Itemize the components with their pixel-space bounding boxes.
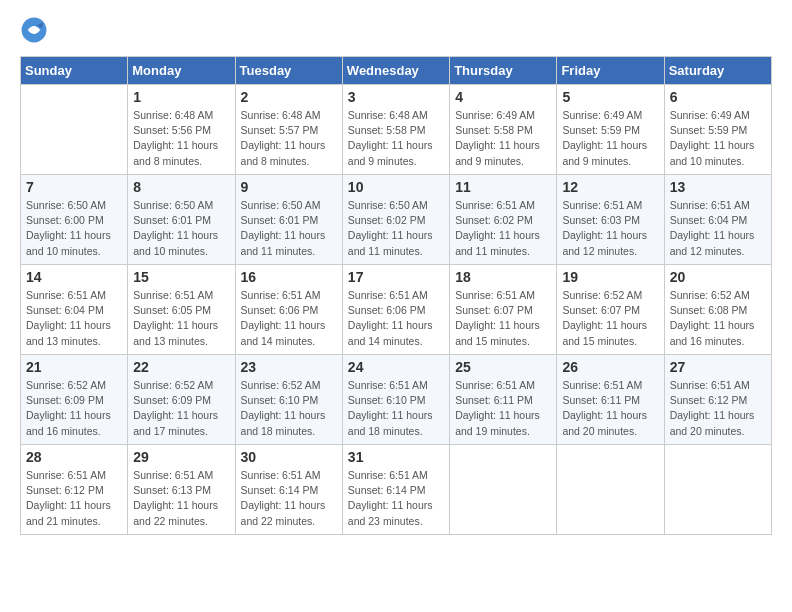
day-info: Sunrise: 6:52 AMSunset: 6:10 PMDaylight:…	[241, 378, 337, 439]
day-number: 19	[562, 269, 658, 285]
day-number: 12	[562, 179, 658, 195]
day-number: 14	[26, 269, 122, 285]
day-number: 1	[133, 89, 229, 105]
calendar-cell: 18Sunrise: 6:51 AMSunset: 6:07 PMDayligh…	[450, 265, 557, 355]
day-info: Sunrise: 6:49 AMSunset: 5:59 PMDaylight:…	[670, 108, 766, 169]
day-info: Sunrise: 6:52 AMSunset: 6:09 PMDaylight:…	[133, 378, 229, 439]
day-number: 6	[670, 89, 766, 105]
day-info: Sunrise: 6:49 AMSunset: 5:58 PMDaylight:…	[455, 108, 551, 169]
day-info: Sunrise: 6:52 AMSunset: 6:08 PMDaylight:…	[670, 288, 766, 349]
page-header	[20, 16, 772, 44]
day-info: Sunrise: 6:50 AMSunset: 6:00 PMDaylight:…	[26, 198, 122, 259]
calendar-cell	[450, 445, 557, 535]
day-number: 11	[455, 179, 551, 195]
weekday-header-tuesday: Tuesday	[235, 57, 342, 85]
weekday-header-saturday: Saturday	[664, 57, 771, 85]
day-info: Sunrise: 6:51 AMSunset: 6:04 PMDaylight:…	[26, 288, 122, 349]
calendar-cell: 19Sunrise: 6:52 AMSunset: 6:07 PMDayligh…	[557, 265, 664, 355]
weekday-header-row: SundayMondayTuesdayWednesdayThursdayFrid…	[21, 57, 772, 85]
calendar-cell: 4Sunrise: 6:49 AMSunset: 5:58 PMDaylight…	[450, 85, 557, 175]
day-number: 2	[241, 89, 337, 105]
day-number: 29	[133, 449, 229, 465]
day-info: Sunrise: 6:51 AMSunset: 6:12 PMDaylight:…	[670, 378, 766, 439]
calendar-cell: 28Sunrise: 6:51 AMSunset: 6:12 PMDayligh…	[21, 445, 128, 535]
weekday-header-sunday: Sunday	[21, 57, 128, 85]
calendar-cell	[21, 85, 128, 175]
day-number: 31	[348, 449, 444, 465]
day-info: Sunrise: 6:51 AMSunset: 6:14 PMDaylight:…	[241, 468, 337, 529]
calendar-cell: 20Sunrise: 6:52 AMSunset: 6:08 PMDayligh…	[664, 265, 771, 355]
calendar-cell: 21Sunrise: 6:52 AMSunset: 6:09 PMDayligh…	[21, 355, 128, 445]
calendar-cell: 23Sunrise: 6:52 AMSunset: 6:10 PMDayligh…	[235, 355, 342, 445]
week-row-4: 21Sunrise: 6:52 AMSunset: 6:09 PMDayligh…	[21, 355, 772, 445]
calendar-cell: 27Sunrise: 6:51 AMSunset: 6:12 PMDayligh…	[664, 355, 771, 445]
calendar-table: SundayMondayTuesdayWednesdayThursdayFrid…	[20, 56, 772, 535]
day-info: Sunrise: 6:51 AMSunset: 6:11 PMDaylight:…	[455, 378, 551, 439]
calendar-cell: 9Sunrise: 6:50 AMSunset: 6:01 PMDaylight…	[235, 175, 342, 265]
day-number: 26	[562, 359, 658, 375]
calendar-cell: 6Sunrise: 6:49 AMSunset: 5:59 PMDaylight…	[664, 85, 771, 175]
week-row-3: 14Sunrise: 6:51 AMSunset: 6:04 PMDayligh…	[21, 265, 772, 355]
calendar-cell: 8Sunrise: 6:50 AMSunset: 6:01 PMDaylight…	[128, 175, 235, 265]
weekday-header-monday: Monday	[128, 57, 235, 85]
calendar-cell	[557, 445, 664, 535]
day-info: Sunrise: 6:51 AMSunset: 6:13 PMDaylight:…	[133, 468, 229, 529]
day-number: 27	[670, 359, 766, 375]
day-number: 28	[26, 449, 122, 465]
weekday-header-thursday: Thursday	[450, 57, 557, 85]
day-info: Sunrise: 6:51 AMSunset: 6:10 PMDaylight:…	[348, 378, 444, 439]
calendar-cell: 2Sunrise: 6:48 AMSunset: 5:57 PMDaylight…	[235, 85, 342, 175]
week-row-2: 7Sunrise: 6:50 AMSunset: 6:00 PMDaylight…	[21, 175, 772, 265]
day-info: Sunrise: 6:49 AMSunset: 5:59 PMDaylight:…	[562, 108, 658, 169]
day-info: Sunrise: 6:52 AMSunset: 6:07 PMDaylight:…	[562, 288, 658, 349]
calendar-cell: 24Sunrise: 6:51 AMSunset: 6:10 PMDayligh…	[342, 355, 449, 445]
day-info: Sunrise: 6:51 AMSunset: 6:02 PMDaylight:…	[455, 198, 551, 259]
day-info: Sunrise: 6:52 AMSunset: 6:09 PMDaylight:…	[26, 378, 122, 439]
day-number: 23	[241, 359, 337, 375]
calendar-cell: 11Sunrise: 6:51 AMSunset: 6:02 PMDayligh…	[450, 175, 557, 265]
day-info: Sunrise: 6:51 AMSunset: 6:12 PMDaylight:…	[26, 468, 122, 529]
calendar-cell: 31Sunrise: 6:51 AMSunset: 6:14 PMDayligh…	[342, 445, 449, 535]
day-number: 3	[348, 89, 444, 105]
day-number: 4	[455, 89, 551, 105]
day-info: Sunrise: 6:48 AMSunset: 5:56 PMDaylight:…	[133, 108, 229, 169]
calendar-cell: 14Sunrise: 6:51 AMSunset: 6:04 PMDayligh…	[21, 265, 128, 355]
calendar-cell: 30Sunrise: 6:51 AMSunset: 6:14 PMDayligh…	[235, 445, 342, 535]
calendar-cell: 3Sunrise: 6:48 AMSunset: 5:58 PMDaylight…	[342, 85, 449, 175]
day-number: 15	[133, 269, 229, 285]
day-number: 16	[241, 269, 337, 285]
week-row-5: 28Sunrise: 6:51 AMSunset: 6:12 PMDayligh…	[21, 445, 772, 535]
day-number: 21	[26, 359, 122, 375]
day-info: Sunrise: 6:51 AMSunset: 6:07 PMDaylight:…	[455, 288, 551, 349]
day-number: 22	[133, 359, 229, 375]
day-number: 5	[562, 89, 658, 105]
calendar-cell	[664, 445, 771, 535]
calendar-cell: 25Sunrise: 6:51 AMSunset: 6:11 PMDayligh…	[450, 355, 557, 445]
calendar-cell: 12Sunrise: 6:51 AMSunset: 6:03 PMDayligh…	[557, 175, 664, 265]
day-number: 8	[133, 179, 229, 195]
day-info: Sunrise: 6:48 AMSunset: 5:58 PMDaylight:…	[348, 108, 444, 169]
calendar-cell: 13Sunrise: 6:51 AMSunset: 6:04 PMDayligh…	[664, 175, 771, 265]
calendar-cell: 7Sunrise: 6:50 AMSunset: 6:00 PMDaylight…	[21, 175, 128, 265]
day-number: 30	[241, 449, 337, 465]
calendar-cell: 5Sunrise: 6:49 AMSunset: 5:59 PMDaylight…	[557, 85, 664, 175]
day-info: Sunrise: 6:50 AMSunset: 6:01 PMDaylight:…	[241, 198, 337, 259]
day-number: 13	[670, 179, 766, 195]
day-number: 10	[348, 179, 444, 195]
day-number: 17	[348, 269, 444, 285]
week-row-1: 1Sunrise: 6:48 AMSunset: 5:56 PMDaylight…	[21, 85, 772, 175]
day-info: Sunrise: 6:51 AMSunset: 6:04 PMDaylight:…	[670, 198, 766, 259]
day-number: 7	[26, 179, 122, 195]
day-info: Sunrise: 6:50 AMSunset: 6:02 PMDaylight:…	[348, 198, 444, 259]
day-info: Sunrise: 6:51 AMSunset: 6:11 PMDaylight:…	[562, 378, 658, 439]
day-info: Sunrise: 6:51 AMSunset: 6:06 PMDaylight:…	[241, 288, 337, 349]
day-info: Sunrise: 6:48 AMSunset: 5:57 PMDaylight:…	[241, 108, 337, 169]
day-number: 24	[348, 359, 444, 375]
calendar-cell: 16Sunrise: 6:51 AMSunset: 6:06 PMDayligh…	[235, 265, 342, 355]
day-info: Sunrise: 6:51 AMSunset: 6:03 PMDaylight:…	[562, 198, 658, 259]
day-number: 20	[670, 269, 766, 285]
calendar-cell: 29Sunrise: 6:51 AMSunset: 6:13 PMDayligh…	[128, 445, 235, 535]
weekday-header-wednesday: Wednesday	[342, 57, 449, 85]
calendar-cell: 10Sunrise: 6:50 AMSunset: 6:02 PMDayligh…	[342, 175, 449, 265]
day-info: Sunrise: 6:51 AMSunset: 6:06 PMDaylight:…	[348, 288, 444, 349]
